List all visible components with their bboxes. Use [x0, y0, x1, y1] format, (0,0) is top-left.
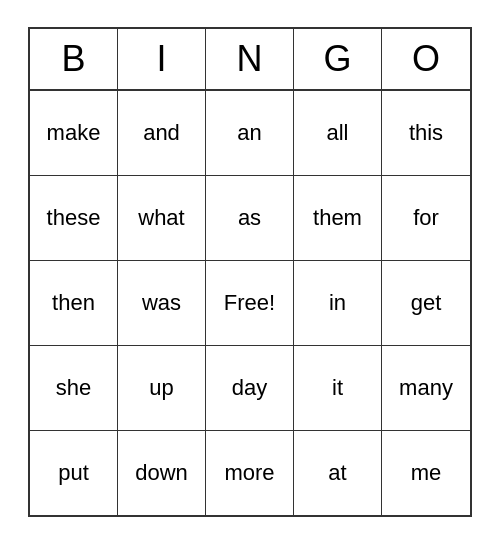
bingo-row-0: makeandanallthis — [30, 91, 470, 176]
bingo-cell-3-2: day — [206, 346, 294, 430]
bingo-cell-1-4: for — [382, 176, 470, 260]
bingo-card: BINGO makeandanallthisthesewhatasthemfor… — [28, 27, 472, 517]
bingo-cell-0-2: an — [206, 91, 294, 175]
bingo-cell-3-3: it — [294, 346, 382, 430]
bingo-row-1: thesewhatasthemfor — [30, 176, 470, 261]
bingo-row-4: putdownmoreatme — [30, 431, 470, 515]
bingo-cell-3-0: she — [30, 346, 118, 430]
bingo-cell-3-4: many — [382, 346, 470, 430]
bingo-row-2: thenwasFree!inget — [30, 261, 470, 346]
header-cell-o: O — [382, 29, 470, 89]
bingo-grid: makeandanallthisthesewhatasthemforthenwa… — [30, 91, 470, 515]
bingo-row-3: sheupdayitmany — [30, 346, 470, 431]
bingo-cell-2-2: Free! — [206, 261, 294, 345]
bingo-header: BINGO — [30, 29, 470, 91]
bingo-cell-2-3: in — [294, 261, 382, 345]
bingo-cell-4-0: put — [30, 431, 118, 515]
bingo-cell-1-1: what — [118, 176, 206, 260]
bingo-cell-1-2: as — [206, 176, 294, 260]
header-cell-g: G — [294, 29, 382, 89]
bingo-cell-0-4: this — [382, 91, 470, 175]
header-cell-n: N — [206, 29, 294, 89]
bingo-cell-4-3: at — [294, 431, 382, 515]
bingo-cell-0-0: make — [30, 91, 118, 175]
bingo-cell-1-0: these — [30, 176, 118, 260]
bingo-cell-4-4: me — [382, 431, 470, 515]
header-cell-b: B — [30, 29, 118, 89]
bingo-cell-2-1: was — [118, 261, 206, 345]
bingo-cell-3-1: up — [118, 346, 206, 430]
bingo-cell-2-4: get — [382, 261, 470, 345]
bingo-cell-0-3: all — [294, 91, 382, 175]
bingo-cell-1-3: them — [294, 176, 382, 260]
bingo-cell-2-0: then — [30, 261, 118, 345]
bingo-cell-0-1: and — [118, 91, 206, 175]
bingo-cell-4-1: down — [118, 431, 206, 515]
bingo-cell-4-2: more — [206, 431, 294, 515]
header-cell-i: I — [118, 29, 206, 89]
